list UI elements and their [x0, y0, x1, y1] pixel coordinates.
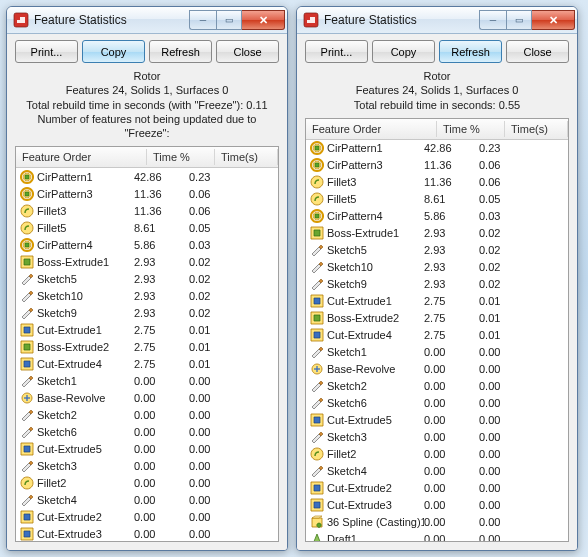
col-header-feature[interactable]: Feature Order	[306, 121, 437, 137]
table-row[interactable]: Sketch2 0.00 0.00	[306, 378, 568, 395]
titlebar[interactable]: Feature Statistics ─ ▭ ✕	[7, 7, 287, 34]
table-row[interactable]: Cut-Extrude5 0.00 0.00	[16, 440, 278, 457]
table-row[interactable]: Sketch1 0.00 0.00	[16, 372, 278, 389]
table-row[interactable]: Fillet2 0.00 0.00	[306, 446, 568, 463]
sketch-icon	[310, 277, 324, 291]
table-row[interactable]: Cut-Extrude1 2.75 0.01	[306, 293, 568, 310]
table-row[interactable]: Sketch6 0.00 0.00	[306, 395, 568, 412]
table-row[interactable]: Draft1 0.00 0.00	[306, 531, 568, 541]
table-row[interactable]: Sketch4 0.00 0.00	[16, 491, 278, 508]
table-row[interactable]: Sketch5 2.93 0.02	[16, 270, 278, 287]
time-percent: 0.00	[424, 397, 479, 409]
time-seconds: 0.05	[479, 193, 564, 205]
col-header-time-seconds[interactable]: Time(s)	[505, 121, 568, 137]
table-row[interactable]: CirPattern1 42.86 0.23	[306, 140, 568, 157]
minimize-button[interactable]: ─	[189, 10, 216, 30]
fillet-icon	[20, 476, 34, 490]
table-row[interactable]: Boss-Extrude2 2.75 0.01	[306, 310, 568, 327]
table-row[interactable]: Fillet3 11.36 0.06	[306, 174, 568, 191]
refresh-button[interactable]: Refresh	[149, 40, 212, 63]
table-row[interactable]: Sketch5 2.93 0.02	[306, 242, 568, 259]
table-row[interactable]: Fillet3 11.36 0.06	[16, 202, 278, 219]
close-button[interactable]: Close	[216, 40, 279, 63]
time-percent: 2.93	[424, 227, 479, 239]
table-row[interactable]: Boss-Extrude1 2.93 0.02	[16, 253, 278, 270]
time-seconds: 0.00	[479, 482, 564, 494]
time-percent: 11.36	[134, 188, 189, 200]
refresh-button[interactable]: Refresh	[439, 40, 502, 63]
time-seconds: 0.03	[189, 239, 274, 251]
table-row[interactable]: Fillet5 8.61 0.05	[306, 191, 568, 208]
print-button[interactable]: Print...	[305, 40, 368, 63]
minimize-button[interactable]: ─	[479, 10, 506, 30]
table-row[interactable]: CirPattern4 5.86 0.03	[16, 236, 278, 253]
sketch-icon	[20, 459, 34, 473]
feature-name: Sketch2	[37, 409, 77, 421]
window-close-button[interactable]: ✕	[532, 10, 575, 30]
table-row[interactable]: Sketch9 2.93 0.02	[306, 276, 568, 293]
feature-name: Cut-Extrude2	[327, 482, 392, 494]
time-percent: 11.36	[424, 176, 479, 188]
close-button[interactable]: Close	[506, 40, 569, 63]
sketch-icon	[20, 493, 34, 507]
table-row[interactable]: CirPattern3 11.36 0.06	[16, 185, 278, 202]
time-seconds: 0.01	[189, 324, 274, 336]
feature-name: Sketch1	[327, 346, 367, 358]
titlebar[interactable]: Feature Statistics ─ ▭ ✕	[297, 7, 577, 34]
table-row[interactable]: 36 Spline (Casting)1 0.00 0.00	[306, 514, 568, 531]
time-seconds: 0.01	[189, 341, 274, 353]
table-row[interactable]: Fillet2 0.00 0.00	[16, 474, 278, 491]
col-header-time-percent[interactable]: Time %	[437, 121, 505, 137]
table-row[interactable]: CirPattern3 11.36 0.06	[306, 157, 568, 174]
table-row[interactable]: Cut-Extrude1 2.75 0.01	[16, 321, 278, 338]
table-row[interactable]: CirPattern1 42.86 0.23	[16, 168, 278, 185]
time-percent: 2.75	[424, 329, 479, 341]
table-row[interactable]: CirPattern4 5.86 0.03	[306, 208, 568, 225]
table-row[interactable]: Cut-Extrude4 2.75 0.01	[306, 327, 568, 344]
table-row[interactable]: Cut-Extrude3 0.00 0.00	[306, 497, 568, 514]
time-percent: 42.86	[134, 171, 189, 183]
feature-name: Sketch6	[327, 397, 367, 409]
feature-name: Fillet5	[327, 193, 356, 205]
col-header-feature[interactable]: Feature Order	[16, 149, 147, 165]
table-row[interactable]: Boss-Extrude1 2.93 0.02	[306, 225, 568, 242]
table-row[interactable]: Base-Revolve 0.00 0.00	[16, 389, 278, 406]
feature-name: Fillet2	[37, 477, 66, 489]
maximize-button[interactable]: ▭	[506, 10, 532, 30]
feature-name: Sketch4	[37, 494, 77, 506]
print-button[interactable]: Print...	[15, 40, 78, 63]
table-row[interactable]: Sketch3 0.00 0.00	[16, 457, 278, 474]
table-row[interactable]: Sketch1 0.00 0.00	[306, 344, 568, 361]
feature-name: Draft1	[327, 533, 357, 541]
table-row[interactable]: Cut-Extrude3 0.00 0.00	[16, 525, 278, 541]
feature-name: Fillet2	[327, 448, 356, 460]
table-row[interactable]: Boss-Extrude2 2.75 0.01	[16, 338, 278, 355]
feature-name: Sketch5	[327, 244, 367, 256]
time-seconds: 0.02	[189, 256, 274, 268]
table-row[interactable]: Sketch2 0.00 0.00	[16, 406, 278, 423]
table-row[interactable]: Sketch4 0.00 0.00	[306, 463, 568, 480]
table-row[interactable]: Sketch10 2.93 0.02	[16, 287, 278, 304]
table-row[interactable]: Sketch3 0.00 0.00	[306, 429, 568, 446]
table-row[interactable]: Cut-Extrude2 0.00 0.00	[306, 480, 568, 497]
table-row[interactable]: Cut-Extrude5 0.00 0.00	[306, 412, 568, 429]
table-row[interactable]: Sketch6 0.00 0.00	[16, 423, 278, 440]
cut-icon	[20, 442, 34, 456]
copy-button[interactable]: Copy	[82, 40, 145, 63]
table-row[interactable]: Sketch10 2.93 0.02	[306, 259, 568, 276]
feature-name: Sketch6	[37, 426, 77, 438]
window-close-button[interactable]: ✕	[242, 10, 285, 30]
feature-name: Cut-Extrude1	[327, 295, 392, 307]
table-row[interactable]: Cut-Extrude4 2.75 0.01	[16, 355, 278, 372]
draft-icon	[310, 532, 324, 541]
table-row[interactable]: Fillet5 8.61 0.05	[16, 219, 278, 236]
table-row[interactable]: Cut-Extrude2 0.00 0.00	[16, 508, 278, 525]
maximize-button[interactable]: ▭	[216, 10, 242, 30]
extrude-icon	[310, 226, 324, 240]
table-row[interactable]: Base-Revolve 0.00 0.00	[306, 361, 568, 378]
col-header-time-seconds[interactable]: Time(s)	[215, 149, 278, 165]
copy-button[interactable]: Copy	[372, 40, 435, 63]
time-percent: 2.93	[424, 244, 479, 256]
table-row[interactable]: Sketch9 2.93 0.02	[16, 304, 278, 321]
col-header-time-percent[interactable]: Time %	[147, 149, 215, 165]
